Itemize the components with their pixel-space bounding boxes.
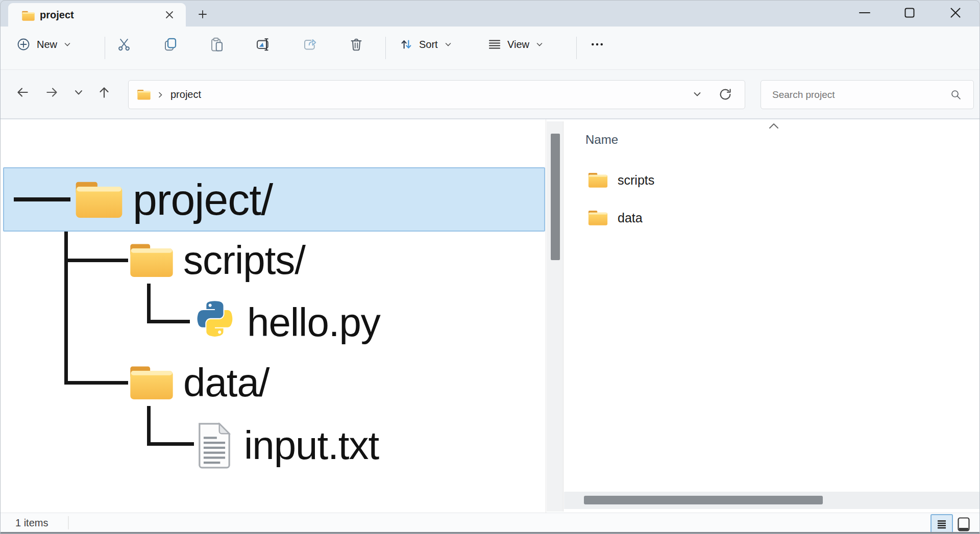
chevron-right-icon [156,91,164,99]
tab-title: project [40,9,74,21]
toolbar-separator [576,37,577,59]
view-button-label: View [507,39,529,50]
chevron-down-icon [535,40,544,48]
titlebar: project [0,0,980,27]
search-icon[interactable] [950,89,962,103]
tree-item-label: scripts/ [183,237,305,284]
text-file-icon [196,421,233,469]
main-content: project/ scripts/ hello.py data/ input.t… [0,119,980,513]
details-view-icon [936,519,947,530]
tree-connector [147,406,151,446]
close-window-button[interactable] [940,0,971,26]
rename-button[interactable] [252,33,275,56]
tree-item-input-txt[interactable]: input.txt [196,421,379,469]
plus-circle-icon [16,37,31,52]
sort-direction-chevron-icon[interactable] [768,122,779,132]
copy-button[interactable] [159,33,182,56]
close-tab-icon[interactable] [162,8,177,22]
folder-icon [137,89,151,100]
tab-project[interactable]: project [8,3,186,27]
file-list-pane: Name scripts data [564,119,980,513]
rename-icon [255,36,272,53]
share-button[interactable] [298,33,322,56]
forward-button[interactable] [41,81,63,104]
ellipsis-icon [590,37,605,52]
list-item-scripts[interactable]: scripts [587,171,654,189]
address-row: project [0,70,980,119]
new-button[interactable]: New [12,33,89,56]
folder-icon [128,363,175,402]
large-icons-view-button[interactable] [955,516,972,532]
address-bar[interactable]: project [128,80,745,109]
horizontal-scrollbar[interactable] [564,492,980,509]
tree-connector [64,259,128,262]
breadcrumb-folder[interactable]: project [170,89,201,100]
window-bottom-edge [0,532,980,534]
minimize-button[interactable] [849,0,880,26]
toolbar-separator [105,37,105,59]
python-icon [193,299,237,346]
cut-button[interactable] [112,33,136,56]
new-tab-button[interactable] [195,7,210,21]
search-box[interactable] [761,80,974,109]
search-input[interactable] [772,89,936,100]
tree-item-label: hello.py [247,299,380,346]
status-bar: 1 items [0,513,980,532]
trash-icon [349,37,364,52]
command-toolbar: New [0,27,980,70]
toolbar-separator [385,37,386,59]
tree-item-scripts[interactable]: scripts/ [128,241,305,279]
list-item-data[interactable]: data [587,209,643,226]
address-dropdown-icon[interactable] [692,89,703,102]
folder-icon [128,241,175,279]
tree-item-label: data/ [183,360,269,406]
column-header-name[interactable]: Name [585,133,618,147]
sort-arrows-icon [399,37,414,52]
item-count: 1 items [15,517,48,529]
paste-button[interactable] [205,33,229,56]
tree-connector [14,197,70,201]
tree-connector [147,320,190,323]
tree-item-data[interactable]: data/ [128,363,269,402]
up-button[interactable] [93,81,115,104]
tree-connector [64,381,128,385]
view-button[interactable]: View [484,33,566,56]
copy-icon [163,37,178,52]
folder-icon [587,171,608,189]
folder-icon [21,10,35,23]
share-icon [302,37,317,52]
vertical-scrollbar[interactable] [547,121,564,512]
vertical-scrollbar-thumb[interactable] [551,134,560,260]
details-view-button[interactable] [930,514,953,534]
horizontal-scrollbar-thumb[interactable] [584,496,823,504]
recent-locations-button[interactable] [67,81,90,104]
maximize-button[interactable] [894,0,925,26]
tree-item-label: project/ [133,174,273,225]
list-item-label: scripts [618,173,654,188]
folder-icon [74,179,125,220]
sort-button-label: Sort [419,39,438,50]
back-button[interactable] [11,81,34,104]
chevron-down-icon [63,40,71,48]
chevron-down-icon [444,40,452,48]
list-item-label: data [618,211,643,225]
folder-icon [587,209,608,226]
view-lines-icon [487,37,502,52]
tree-item-hello-py[interactable]: hello.py [193,299,380,346]
scissors-icon [116,37,132,52]
clipboard-icon [209,37,225,52]
more-options-button[interactable] [584,33,610,56]
new-button-label: New [37,39,57,50]
tree-connector [64,232,68,383]
large-icons-view-icon [957,517,970,532]
status-separator [68,516,69,529]
tree-item-label: input.txt [244,422,379,469]
sort-button[interactable]: Sort [396,33,470,56]
tree-item-project[interactable]: project/ [74,177,273,221]
refresh-icon[interactable] [718,87,732,104]
tree-connector [147,284,151,323]
tree-connector [147,442,194,446]
tree-pane: project/ scripts/ hello.py data/ input.t… [0,119,546,513]
delete-button[interactable] [345,33,368,56]
